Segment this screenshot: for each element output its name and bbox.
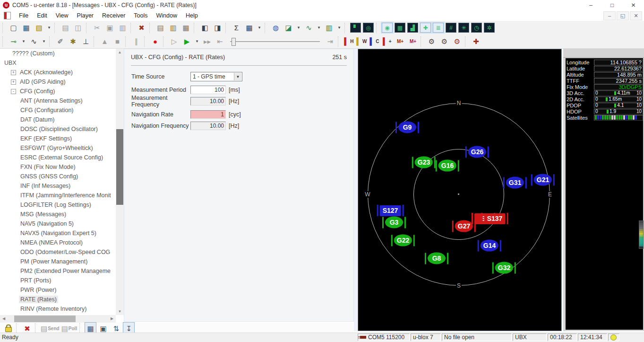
tree-item-logfilter-log-settings[interactable]: LOGFILTER (Log Settings): [0, 200, 124, 210]
histogram-view-dropdown[interactable]: ▾: [336, 22, 343, 34]
tree-item-pwr-power[interactable]: PWR (Power): [0, 285, 124, 295]
dock-layout-left-button[interactable]: ◧: [199, 22, 211, 34]
maximize-button[interactable]: □: [601, 0, 623, 10]
tree-item-ant-antenna-settings[interactable]: ANT (Antenna Settings): [0, 96, 124, 105]
tree-item-dat-datum[interactable]: DAT (Datum): [0, 115, 124, 124]
close-button[interactable]: ✕: [623, 0, 644, 10]
tree-item-pm2-extended-power-manageme[interactable]: PM2 (Extended Power Manageme: [0, 266, 124, 276]
measurement-period-input[interactable]: 100: [190, 86, 226, 94]
messages-config-gear-button[interactable]: ⚙: [426, 35, 438, 48]
paste-button[interactable]: ▥: [117, 22, 129, 34]
statistic-window-button[interactable]: ✲: [484, 23, 495, 33]
jump-start-button[interactable]: ⇤: [214, 35, 226, 48]
sky-view-button[interactable]: ◎: [363, 23, 374, 33]
tree-item-esrc-external-source-config[interactable]: ESRC (External Source Config): [0, 153, 124, 162]
mdi-close-button[interactable]: ✕: [630, 11, 642, 20]
mdi-restore-button[interactable]: ◱: [617, 11, 629, 20]
binary-console-button[interactable]: ✳: [458, 23, 469, 33]
menu-view[interactable]: View: [52, 12, 73, 19]
table-view-dropdown[interactable]: ▾: [256, 22, 263, 34]
copy-button[interactable]: ▣: [104, 22, 116, 34]
tree-item-inf-inf-messages[interactable]: INF (Inf Messages): [0, 181, 124, 191]
tree-item-cfg-configuration[interactable]: CFG (Configuration): [0, 105, 124, 115]
debug-button[interactable]: ✱: [67, 35, 79, 48]
tree-item-itfm-jamming-interference-monit[interactable]: ITFM (Jamming/Interference Monit: [0, 191, 124, 200]
tree-item-nmea-nmea-protocol[interactable]: NMEA (NMEA Protocol): [0, 238, 124, 247]
menu-tools[interactable]: Tools: [129, 12, 152, 19]
cold-start-button[interactable]: ▍C: [369, 35, 380, 48]
tree-item-dosc-disciplined-oscillator[interactable]: DOSC (Disciplined Oscillator): [0, 124, 124, 134]
tree-expander[interactable]: +: [11, 70, 16, 75]
playback-position-slider[interactable]: [230, 37, 320, 46]
print-button[interactable]: ▤: [60, 22, 71, 34]
tree-item-navx5-navigation-expert-5[interactable]: NAVX5 (Navigation Expert 5): [0, 228, 124, 238]
reset-plus-button[interactable]: ▍+: [381, 35, 393, 48]
packet-console-button[interactable]: #: [446, 23, 456, 33]
clock-window-button[interactable]: ◷: [471, 23, 482, 33]
tree-item-rinv-remote-inventory[interactable]: RINV (Remote Inventory): [0, 304, 124, 314]
minimize-button[interactable]: –: [580, 0, 601, 10]
tree-item-rate-rates[interactable]: RATE (Rates): [0, 295, 124, 304]
log-convert-2-button[interactable]: ▥: [167, 22, 179, 34]
antenna-button[interactable]: ⊥: [80, 35, 92, 48]
time-source-select[interactable]: 1 - GPS time▼: [190, 72, 242, 81]
play-button[interactable]: ▶: [181, 35, 193, 48]
google-earth-button[interactable]: ◍: [270, 22, 282, 34]
tree-item-aid-gps-aiding[interactable]: +AID (GPS Aiding): [0, 77, 124, 87]
log-convert-1-button[interactable]: ▤: [155, 22, 166, 34]
map-view-button[interactable]: ◪: [283, 22, 294, 34]
tree-item-esfgwt-gyro-wheeltick[interactable]: ESFGWT (Gyro+Wheeltick): [0, 143, 124, 153]
chart-view-button[interactable]: ∿: [303, 22, 315, 34]
menu-edit[interactable]: Edit: [33, 12, 52, 19]
scroll-right-arrow[interactable]: ▶: [108, 315, 116, 323]
tree-item-prt-ports[interactable]: PRT (Ports): [0, 276, 124, 285]
menu-receiver[interactable]: Receiver: [98, 12, 129, 19]
sky-window-button[interactable]: ◉: [382, 23, 393, 33]
tree-item-ubx[interactable]: UBX: [0, 58, 124, 68]
compass-window-button[interactable]: ✚: [420, 23, 431, 33]
play-dropdown[interactable]: ▾: [194, 35, 200, 48]
chevron-down-icon[interactable]: ▼: [234, 73, 241, 80]
tree-expander[interactable]: +: [11, 79, 16, 85]
m-plus-connect-button[interactable]: M+: [407, 35, 419, 48]
deviation-map-button[interactable]: ▦: [395, 23, 405, 33]
clear-messages-button[interactable]: ✖: [136, 22, 147, 34]
tree-vertical-scrollbar[interactable]: ▲ ▼: [116, 49, 124, 315]
tree-item-fxn-fix-now-mode[interactable]: FXN (Fix Now Mode): [0, 162, 124, 172]
slider-thumb[interactable]: [232, 38, 236, 46]
menu-window[interactable]: Window: [152, 12, 181, 19]
print-preview-button[interactable]: ◫: [72, 22, 84, 34]
tree-item-gnss-gnss-config[interactable]: GNSS (GNSS Config): [0, 172, 124, 181]
tree-item-nav5-navigation-5[interactable]: NAV5 (Navigation 5): [0, 219, 124, 228]
open-button[interactable]: ▧: [33, 22, 45, 34]
tree-item-msg-messages[interactable]: MSG (Messages): [0, 210, 124, 219]
scroll-up-arrow[interactable]: ▲: [116, 49, 124, 56]
tree-item-ack-acknowledge[interactable]: +ACK (Acknowledge): [0, 68, 124, 77]
camera-view-button[interactable]: ▘: [350, 23, 361, 33]
open-dropdown[interactable]: ▾: [46, 22, 52, 34]
mdi-minimize-button[interactable]: –: [603, 11, 616, 20]
cut-button[interactable]: ✂: [91, 22, 103, 34]
baudrate-button[interactable]: ∿: [28, 35, 40, 48]
baudrate-dropdown[interactable]: ▾: [41, 35, 47, 48]
navigation-rate-input[interactable]: 1: [190, 110, 226, 119]
tree-item-ekf-ekf-settings[interactable]: EKF (EKF Settings): [0, 134, 124, 143]
autodetect-wand-button[interactable]: ✐: [54, 35, 66, 48]
log-config-gear-button[interactable]: ⚙: [438, 35, 450, 48]
table-view-button[interactable]: ▦: [243, 22, 255, 34]
save-button[interactable]: ▦: [20, 22, 32, 34]
dock-layout-right-button[interactable]: ◨: [212, 22, 223, 34]
fast-forward-button[interactable]: ▸▸: [201, 35, 213, 48]
panel-splitter[interactable]: [354, 49, 358, 331]
tree-item-odo-odometer-low-speed-cog[interactable]: ODO (Odometer/Low-Speed COG: [0, 247, 124, 257]
tree-horizontal-scrollbar[interactable]: ◀ ▶: [0, 315, 116, 323]
receiver-config-gear-button[interactable]: ⚙: [451, 35, 463, 48]
jump-end-button[interactable]: ⇥: [324, 35, 336, 48]
record-button[interactable]: ●: [149, 35, 161, 48]
generation-config-button[interactable]: ✚: [470, 35, 482, 48]
new-file-button[interactable]: ▢: [8, 22, 19, 34]
menu-file[interactable]: File: [15, 12, 33, 19]
tree-item-pm-power-management[interactable]: PM (Power Management): [0, 257, 124, 266]
horizontal-scroll-thumb[interactable]: [14, 316, 76, 322]
stop-button[interactable]: ■: [112, 35, 123, 48]
